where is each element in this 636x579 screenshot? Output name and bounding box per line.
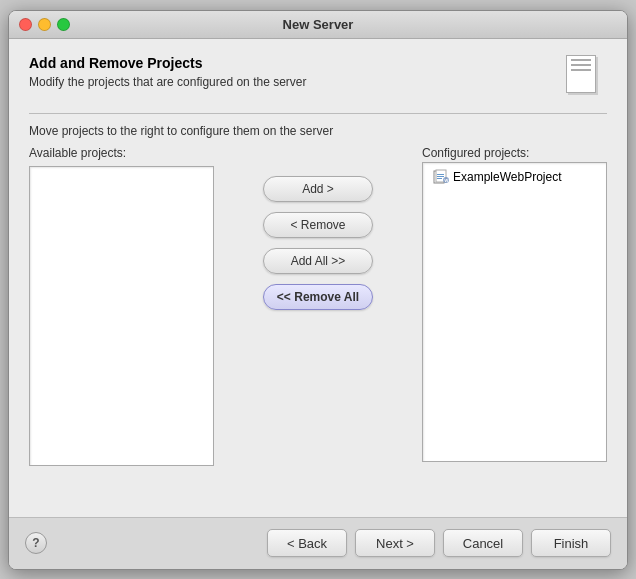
header-divider xyxy=(29,113,607,114)
header-text: Add and Remove Projects Modify the proje… xyxy=(29,55,306,89)
instruction-text: Move projects to the right to configure … xyxy=(29,124,607,138)
available-projects-list[interactable] xyxy=(29,166,214,466)
list-item: W ExampleWebProject xyxy=(427,167,602,187)
main-content: Add and Remove Projects Modify the proje… xyxy=(9,39,627,517)
maximize-button[interactable] xyxy=(57,18,70,31)
next-button[interactable]: Next > xyxy=(355,529,435,557)
help-button[interactable]: ? xyxy=(25,532,47,554)
cancel-button[interactable]: Cancel xyxy=(443,529,523,557)
new-server-window: New Server Add and Remove Projects Modif… xyxy=(8,10,628,570)
svg-rect-4 xyxy=(437,178,442,179)
header-icon xyxy=(563,55,607,99)
footer: ? < Back Next > Cancel Finish xyxy=(9,517,627,569)
header-section: Add and Remove Projects Modify the proje… xyxy=(29,55,607,99)
available-projects-panel: Available projects: xyxy=(29,146,214,466)
page-subtitle: Modify the projects that are configured … xyxy=(29,75,306,89)
svg-rect-2 xyxy=(437,174,444,175)
remove-all-button[interactable]: << Remove All xyxy=(263,284,373,310)
svg-rect-3 xyxy=(437,176,444,177)
add-button[interactable]: Add > xyxy=(263,176,373,202)
window-title: New Server xyxy=(283,17,354,32)
project-name: ExampleWebProject xyxy=(453,170,562,184)
configured-label: Configured projects: xyxy=(422,146,607,160)
title-bar: New Server xyxy=(9,11,627,39)
server-icon xyxy=(566,55,604,99)
page-title: Add and Remove Projects xyxy=(29,55,306,71)
action-buttons-panel: Add > < Remove Add All >> << Remove All xyxy=(224,146,412,310)
finish-button[interactable]: Finish xyxy=(531,529,611,557)
server-icon-main xyxy=(566,55,596,93)
available-label: Available projects: xyxy=(29,146,214,160)
add-all-button[interactable]: Add All >> xyxy=(263,248,373,274)
window-controls xyxy=(19,18,70,31)
remove-button[interactable]: < Remove xyxy=(263,212,373,238)
close-button[interactable] xyxy=(19,18,32,31)
svg-text:W: W xyxy=(445,178,449,183)
web-project-icon: W xyxy=(433,169,449,185)
minimize-button[interactable] xyxy=(38,18,51,31)
projects-area: Available projects: Add > < Remove Add A… xyxy=(29,146,607,517)
footer-right: < Back Next > Cancel Finish xyxy=(267,529,611,557)
footer-left: ? xyxy=(25,532,47,554)
configured-projects-list[interactable]: W ExampleWebProject xyxy=(422,162,607,462)
configured-projects-panel: Configured projects: W xyxy=(422,146,607,462)
back-button[interactable]: < Back xyxy=(267,529,347,557)
